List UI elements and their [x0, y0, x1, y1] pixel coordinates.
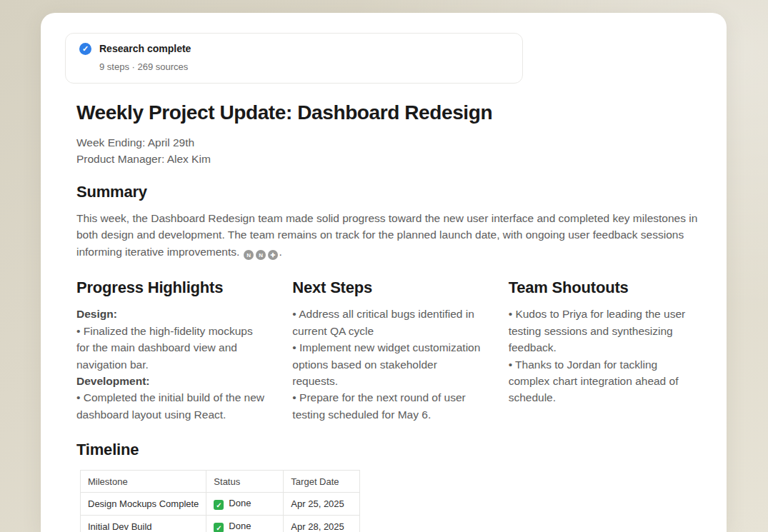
done-check-icon: ✓ [214, 523, 224, 532]
timeline-table: Milestone Status Target Date Design Mock… [80, 470, 360, 532]
bullet-item: • Address all critical bugs identified i… [292, 306, 482, 339]
column-team-shoutouts: Team Shoutouts • Kudos to Priya for lead… [509, 278, 698, 423]
bullet-item: • Completed the initial build of the new… [76, 389, 266, 423]
citation-source-icon[interactable]: N [244, 250, 254, 260]
column-header-status: Status [206, 471, 284, 493]
summary-paragraph: This week, the Dashboard Redesign team m… [76, 210, 698, 261]
document-body: Weekly Project Update: Dashboard Redesig… [76, 101, 698, 532]
table-header-row: Milestone Status Target Date [81, 471, 360, 493]
bullet-item: • Implement new widget customization opt… [292, 339, 482, 389]
progress-highlights-heading: Progress Highlights [76, 278, 266, 297]
document-meta: Week Ending: April 29th Product Manager:… [76, 134, 698, 168]
timeline-heading: Timeline [76, 441, 698, 459]
meta-week-ending: Week Ending: April 29th [76, 134, 698, 151]
bullet-item: • Kudos to Priya for leading the user te… [509, 306, 698, 356]
column-header-milestone: Milestone [81, 471, 206, 493]
bullet-item: • Thanks to Jordan for tackling complex … [509, 356, 698, 406]
summary-heading: Summary [76, 183, 698, 201]
meta-product-manager: Product Manager: Alex Kim [76, 151, 698, 167]
milestone-cell: Design Mockups Complete [81, 493, 206, 516]
check-circle-icon: ✓ [79, 43, 91, 55]
table-row: Initial Dev Build ✓Done Apr 28, 2025 [81, 516, 360, 532]
page-title: Weekly Project Update: Dashboard Redesig… [76, 101, 698, 124]
subsection-label: Development: [76, 373, 266, 389]
research-status-text: Research complete 9 steps · 269 sources [99, 43, 191, 72]
done-check-icon: ✓ [214, 500, 224, 510]
bullet-item: • Finalized the high-fidelity mockups fo… [76, 323, 266, 373]
column-header-target-date: Target Date [284, 471, 360, 493]
column-progress-highlights: Progress Highlights Design: • Finalized … [76, 278, 266, 423]
target-date-cell: Apr 25, 2025 [284, 493, 360, 516]
team-shoutouts-heading: Team Shoutouts [509, 278, 698, 297]
columns-section: Progress Highlights Design: • Finalized … [76, 278, 698, 423]
citation-source-icon[interactable]: ✚ [268, 250, 278, 260]
subsection-label: Design: [76, 306, 266, 322]
status-label: Done [229, 521, 251, 531]
summary-text: This week, the Dashboard Redesign team m… [76, 212, 697, 258]
summary-suffix: . [279, 246, 282, 258]
next-steps-heading: Next Steps [292, 278, 482, 297]
column-next-steps: Next Steps • Address all critical bugs i… [292, 278, 482, 423]
status-label: Done [229, 498, 251, 508]
bullet-item: • Prepare for the next round of user tes… [292, 389, 482, 423]
research-status-box[interactable]: ✓ Research complete 9 steps · 269 source… [65, 33, 523, 84]
milestone-cell: Initial Dev Build [81, 516, 206, 532]
status-cell: ✓Done [206, 516, 284, 532]
research-status-title: Research complete [99, 43, 191, 55]
target-date-cell: Apr 28, 2025 [284, 516, 360, 532]
page-background: { "research_card": { "title": "Research … [0, 0, 768, 532]
document-card: ✓ Research complete 9 steps · 269 source… [41, 13, 727, 532]
research-status-meta: 9 steps · 269 sources [99, 61, 191, 72]
table-row: Design Mockups Complete ✓Done Apr 25, 20… [81, 493, 360, 516]
citation-source-icon[interactable]: N [256, 250, 266, 260]
status-cell: ✓Done [206, 493, 284, 516]
